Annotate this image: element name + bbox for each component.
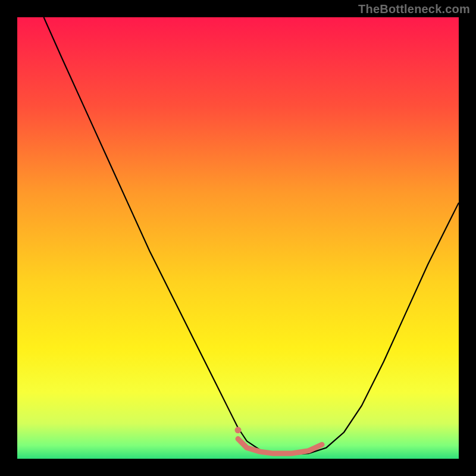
highlight-start-dot — [235, 427, 242, 433]
chart-svg — [17, 17, 459, 459]
marker-layer — [235, 427, 242, 433]
plot-area — [17, 17, 459, 459]
gradient-background — [17, 17, 459, 459]
attribution-label: TheBottleneck.com — [358, 2, 470, 16]
chart-frame: TheBottleneck.com — [0, 0, 476, 476]
